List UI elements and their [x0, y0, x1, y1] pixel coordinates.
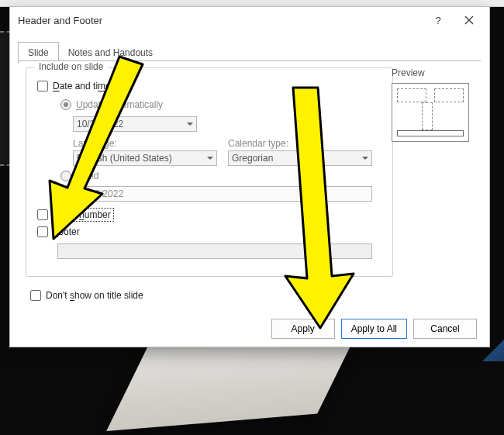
language-combo-wrap	[73, 150, 217, 166]
preview-label: Preview	[392, 67, 477, 78]
dialog-actions: Apply Apply to All Cancel	[271, 319, 477, 339]
update-auto-label: Update automatically	[76, 99, 163, 110]
dialog-title: Header and Footer	[18, 15, 423, 26]
footer-label: Footer	[53, 226, 80, 237]
date-combo-wrap	[73, 116, 197, 132]
calendar-combo-wrap	[228, 150, 372, 166]
close-icon	[464, 16, 474, 25]
fixed-label: Fixed	[76, 171, 98, 181]
calendar-combo[interactable]	[228, 150, 372, 166]
apply-button[interactable]: Apply	[271, 319, 335, 339]
titlebar: Header and Footer ?	[10, 7, 489, 33]
close-button[interactable]	[454, 9, 485, 31]
preview-box	[392, 83, 469, 142]
dont-show-title-checkbox[interactable]	[30, 290, 41, 301]
calendar-label: Calendar type:	[228, 138, 288, 149]
slide-number-label: Slide number	[53, 208, 114, 222]
footer-checkbox[interactable]	[37, 226, 48, 237]
header-footer-dialog: Header and Footer ? Slide Notes and Hand…	[9, 6, 490, 347]
help-button[interactable]: ?	[423, 9, 454, 31]
help-icon: ?	[435, 15, 440, 26]
fixed-radio[interactable]	[60, 171, 71, 181]
cancel-button[interactable]: Cancel	[413, 319, 477, 339]
include-on-slide-group: Include on slide Date and time Update au…	[26, 67, 393, 277]
date-time-label: Date and time	[53, 81, 111, 91]
date-combo[interactable]	[73, 116, 197, 132]
language-label: Language:	[73, 138, 117, 149]
date-time-checkbox[interactable]	[37, 81, 48, 91]
slide-number-checkbox[interactable]	[37, 209, 48, 220]
group-legend: Include on slide	[34, 61, 108, 72]
fixed-date-input[interactable]	[73, 186, 372, 202]
footer-input[interactable]	[57, 243, 372, 259]
language-combo[interactable]	[73, 150, 217, 166]
apply-to-all-button[interactable]: Apply to All	[341, 319, 407, 339]
tabs: Slide Notes and Handouts	[18, 41, 162, 63]
dont-show-title-label: Don't show on title slide	[46, 290, 143, 301]
preview-pane: Preview	[392, 67, 477, 142]
update-auto-radio[interactable]	[60, 99, 71, 110]
